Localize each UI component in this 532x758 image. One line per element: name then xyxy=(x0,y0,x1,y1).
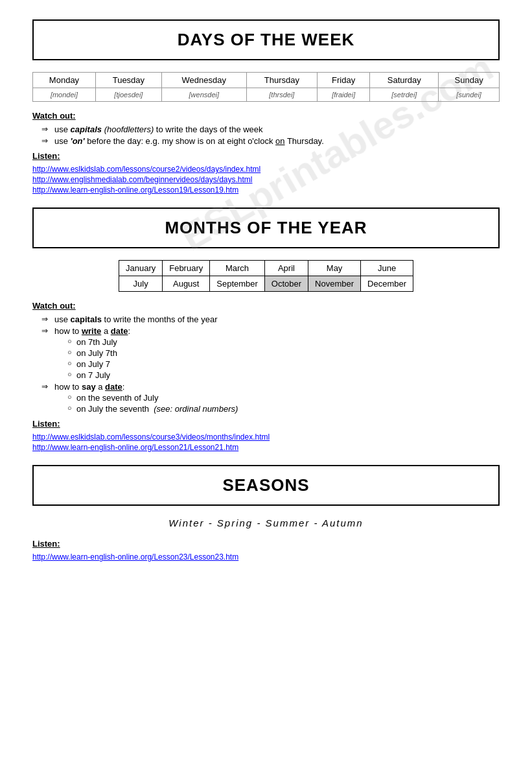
months-link[interactable]: http://www.learn-english-online.org/Less… xyxy=(32,443,500,452)
months-bullet-1: use capitals to write the months of the … xyxy=(45,314,500,324)
days-link[interactable]: http://www.eslkidslab.com/lessons/course… xyxy=(32,165,500,174)
month-cell: September xyxy=(210,276,265,292)
days-links: http://www.eslkidslab.com/lessons/course… xyxy=(32,165,500,195)
month-cell: May xyxy=(308,261,361,276)
months-bullet-3: how to say a date: on the seventh of Jul… xyxy=(45,382,500,414)
days-bullet-list: use capitals (hoofdletters) to write the… xyxy=(32,124,500,146)
months-title: MONTHS OF THE YEAR xyxy=(165,218,367,237)
seasons-listen-title: Listen: xyxy=(32,539,500,549)
months-bullet-list: use capitals to write the months of the … xyxy=(32,314,500,414)
month-cell: December xyxy=(361,276,413,292)
day-phonetic-cell: [setrdei] xyxy=(370,88,439,102)
seasons-link[interactable]: http://www.learn-english-online.org/Less… xyxy=(32,552,500,562)
month-cell: October xyxy=(264,276,308,292)
months-content: JanuaryFebruaryMarchAprilMayJune JulyAug… xyxy=(32,260,500,452)
seasons-text: Winter - Spring - Summer - Autumn xyxy=(32,517,500,528)
seasons-content: Winter - Spring - Summer - Autumn Listen… xyxy=(32,517,500,562)
day-name-cell: Wednesday xyxy=(161,73,246,88)
days-link[interactable]: http://www.englishmedialab.com/beginnerv… xyxy=(32,175,500,184)
days-watchout: Watch out: use capitals (hoofdletters) t… xyxy=(32,111,500,146)
days-watchout-title: Watch out: xyxy=(32,111,500,121)
day-name-cell: Friday xyxy=(317,73,369,88)
say-date-1: on the seventh of July xyxy=(67,393,500,403)
days-section-box: DAYS OF THE WEEK xyxy=(32,19,500,60)
month-cell: November xyxy=(308,276,361,292)
day-name-cell: Sunday xyxy=(439,73,500,88)
day-phonetic-cell: [fraidei] xyxy=(317,88,369,102)
seasons-listen: Listen: http://www.learn-english-online.… xyxy=(32,539,500,562)
days-link[interactable]: http://www.learn-english-online.org/Less… xyxy=(32,185,500,195)
months-listen-title: Listen: xyxy=(32,419,500,429)
write-date-list: on 7th July on July 7th on July 7 on 7 J… xyxy=(54,337,500,380)
months-row1: JanuaryFebruaryMarchAprilMayJune xyxy=(119,261,413,276)
day-name-cell: Monday xyxy=(33,73,96,88)
day-name-cell: Thursday xyxy=(246,73,317,88)
days-content: MondayTuesdayWednesdayThursdayFridaySatu… xyxy=(32,72,500,195)
month-cell: August xyxy=(163,276,210,292)
day-phonetic-cell: [wensdei] xyxy=(161,88,246,102)
month-cell: February xyxy=(163,261,210,276)
days-table: MondayTuesdayWednesdayThursdayFridaySatu… xyxy=(32,72,500,102)
days-listen-title: Listen: xyxy=(32,151,500,161)
days-title: DAYS OF THE WEEK xyxy=(178,30,355,49)
day-phonetic-cell: [mondei] xyxy=(33,88,96,102)
days-listen: Listen: http://www.eslkidslab.com/lesson… xyxy=(32,151,500,195)
write-date-2: on July 7th xyxy=(67,348,500,358)
months-watchout-title: Watch out: xyxy=(32,301,500,311)
months-section-box: MONTHS OF THE YEAR xyxy=(32,207,500,248)
months-row2: JulyAugustSeptemberOctoberNovemberDecemb… xyxy=(119,276,413,292)
seasons-title: SEASONS xyxy=(222,475,309,495)
months-links: http://www.eslkidslab.com/lessons/course… xyxy=(32,432,500,452)
days-bullet-1: use capitals (hoofdletters) to write the… xyxy=(45,124,500,134)
month-cell: June xyxy=(361,261,413,276)
say-date-2: on July the seventh (see: ordinal number… xyxy=(67,404,500,414)
day-phonetic-cell: [thrsdei] xyxy=(246,88,317,102)
months-link[interactable]: http://www.eslkidslab.com/lessons/course… xyxy=(32,432,500,442)
write-date-3: on July 7 xyxy=(67,359,500,369)
days-bullet-2: use 'on' before the day: e.g. my show is… xyxy=(45,136,500,146)
month-cell: July xyxy=(119,276,162,292)
day-name-cell: Tuesday xyxy=(95,73,161,88)
months-table: JanuaryFebruaryMarchAprilMayJune JulyAug… xyxy=(119,260,413,292)
day-phonetic-cell: [sundei] xyxy=(439,88,500,102)
month-cell: January xyxy=(119,261,162,276)
day-name-cell: Saturday xyxy=(370,73,439,88)
month-cell: April xyxy=(264,261,308,276)
days-phonetics-row: [mondei][tjoesdei][wensdei][thrsdei][fra… xyxy=(33,88,500,102)
days-names-row: MondayTuesdayWednesdayThursdayFridaySatu… xyxy=(33,73,500,88)
seasons-section-box: SEASONS xyxy=(32,465,500,506)
months-bullet-2: how to write a date: on 7th July on July… xyxy=(45,326,500,380)
write-date-4: on 7 July xyxy=(67,370,500,380)
write-date-1: on 7th July xyxy=(67,337,500,347)
say-date-list: on the seventh of July on July the seven… xyxy=(54,393,500,414)
months-listen: Listen: http://www.eslkidslab.com/lesson… xyxy=(32,419,500,452)
seasons-links: http://www.learn-english-online.org/Less… xyxy=(32,552,500,562)
month-cell: March xyxy=(210,261,265,276)
day-phonetic-cell: [tjoesdei] xyxy=(95,88,161,102)
months-watchout: Watch out: use capitals to write the mon… xyxy=(32,301,500,414)
